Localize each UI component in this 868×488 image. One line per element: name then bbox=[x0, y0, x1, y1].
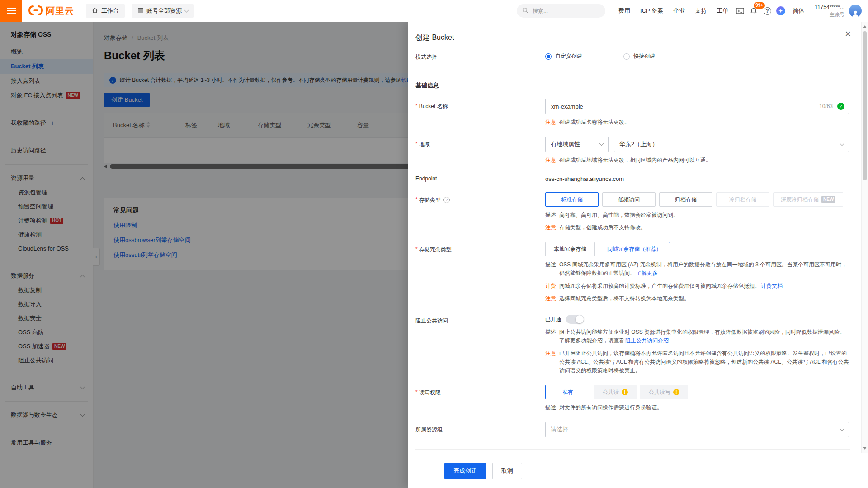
char-counter: 10/63 bbox=[819, 103, 833, 109]
redundancy-zrs[interactable]: 同城冗余存储（推荐） bbox=[599, 242, 670, 256]
redundancy-row: 存储冗余类型 本地冗余存储 同城冗余存储（推荐） 描述OSS 同城冗余采用多可用… bbox=[415, 242, 850, 303]
language-switch[interactable]: 简体 bbox=[793, 7, 804, 15]
toggle-status-text: 已开通 bbox=[545, 316, 561, 323]
region-row: 地域 有地域属性 华东2（上海） 注意创建成功后地域将无法更改，相同区域内的产品… bbox=[415, 137, 850, 165]
endpoint-label: Endpoint bbox=[415, 175, 545, 182]
block-public-access-intro-link[interactable]: 阻止公共访问介绍 bbox=[625, 337, 669, 344]
endpoint-row: Endpoint oss-cn-shanghai.aliyuncs.com bbox=[415, 175, 850, 182]
resource-group-row: 所属资源组 请选择 bbox=[415, 422, 850, 437]
required-mark bbox=[415, 246, 419, 252]
scroll-up-icon[interactable] bbox=[863, 25, 867, 28]
divider bbox=[415, 71, 850, 71]
resource-group-label: 所属资源组 bbox=[415, 422, 545, 437]
storage-class-ia[interactable]: 低频访问 bbox=[602, 192, 656, 207]
basic-info-section-title: 基础信息 bbox=[415, 81, 850, 90]
radio-icon bbox=[545, 53, 552, 60]
search-input[interactable] bbox=[532, 7, 595, 14]
warning-icon bbox=[673, 389, 679, 395]
block-public-access-label: 阻止公共访问 bbox=[415, 313, 545, 375]
mode-custom-radio[interactable]: 自定义创建 bbox=[545, 52, 582, 60]
bucket-name-note: 注意创建成功后名称将无法更改。 bbox=[545, 118, 849, 127]
notifications-bell-icon[interactable]: 99+ bbox=[747, 4, 760, 18]
storage-class-deep-cold-archive[interactable]: 深度冷归档存储NEW bbox=[773, 192, 843, 207]
workbench-button[interactable]: 工作台 bbox=[86, 4, 125, 18]
aliyun-logo[interactable]: 阿里云 bbox=[28, 5, 74, 17]
storage-class-note: 注意存储类型，创建成功后不支持修改。 bbox=[545, 223, 849, 232]
drawer-body: 创建 Bucket 模式选择 自定义创建 快捷创建 基础信息 Bucket 名称… bbox=[408, 22, 861, 453]
close-icon[interactable] bbox=[842, 28, 854, 39]
bucket-name-row: Bucket 名称 10/63 注意创建成功后名称将无法更改。 bbox=[415, 99, 850, 127]
acl-private[interactable]: 私有 bbox=[545, 385, 590, 399]
redundancy-lrs[interactable]: 本地冗余存储 bbox=[545, 242, 595, 256]
chevron-down-icon bbox=[599, 142, 604, 146]
resource-group-select[interactable]: 请选择 bbox=[545, 422, 849, 437]
search-icon bbox=[522, 7, 528, 15]
storage-class-options: 标准存储 低频访问 归档存储 冷归档存储 深度冷归档存储NEW bbox=[545, 192, 849, 207]
account-resources-button[interactable]: 账号全部资源 bbox=[132, 4, 194, 18]
topbar-right: 费用 ICP 备案 企业 支持 工单 99+ 简体 11754*****... … bbox=[517, 4, 868, 18]
menu-icon[interactable] bbox=[0, 0, 22, 22]
layers-icon bbox=[137, 7, 143, 14]
region-select[interactable]: 华东2（上海） bbox=[614, 137, 849, 152]
home-icon bbox=[92, 7, 98, 15]
bucket-name-input[interactable] bbox=[545, 99, 849, 114]
nav-tickets[interactable]: 工单 bbox=[717, 7, 728, 15]
nav-enterprise[interactable]: 企业 bbox=[673, 7, 685, 15]
drawer-scrollbar[interactable] bbox=[861, 22, 868, 453]
mode-quick-radio[interactable]: 快捷创建 bbox=[623, 52, 655, 60]
storage-class-archive[interactable]: 归档存储 bbox=[659, 192, 712, 207]
billing-doc-link[interactable]: 计费文档 bbox=[761, 283, 783, 289]
radio-icon bbox=[623, 53, 630, 60]
chevron-down-icon bbox=[840, 142, 844, 146]
region-scope-select[interactable]: 有地域属性 bbox=[545, 137, 609, 152]
storage-class-row: 存储类型 标准存储 低频访问 归档存储 冷归档存储 深度冷归档存储NEW 描述高… bbox=[415, 192, 850, 232]
cancel-button[interactable]: 取消 bbox=[492, 463, 522, 479]
mode-row: 模式选择 自定义创建 快捷创建 bbox=[415, 52, 850, 61]
help-icon[interactable] bbox=[760, 4, 774, 18]
chevron-down-icon bbox=[184, 8, 189, 13]
divider bbox=[415, 449, 850, 450]
nav-support[interactable]: 支持 bbox=[695, 7, 707, 15]
submit-button[interactable]: 完成创建 bbox=[444, 463, 486, 479]
avatar[interactable] bbox=[849, 5, 862, 17]
mode-label: 模式选择 bbox=[415, 52, 545, 61]
learn-more-link[interactable]: 了解更多 bbox=[636, 270, 658, 276]
chevron-down-icon bbox=[840, 427, 844, 431]
acl-row: 读写权限 私有 公共读 公共读写 描述对文件的所有访问操作需要进行身份验证。 bbox=[415, 385, 850, 412]
redundancy-label: 存储冗余类型 bbox=[415, 242, 545, 303]
block-public-access-desc: 描述阻止公共访问能够方便企业对 OSS 资源进行集中化的权限管理，有效降低数据被… bbox=[545, 328, 849, 345]
required-mark bbox=[415, 103, 419, 109]
topbar: 阿里云 工作台 账号全部资源 费用 ICP 备案 企业 支持 工单 99+ 简体 bbox=[0, 0, 868, 22]
acl-public-read-write[interactable]: 公共读写 bbox=[640, 385, 688, 399]
storage-class-label: 存储类型 bbox=[415, 192, 545, 232]
search-box[interactable] bbox=[517, 4, 605, 18]
warning-icon bbox=[622, 389, 628, 395]
valid-check-icon bbox=[837, 103, 844, 110]
redundancy-fee: 计费同城冗余存储将采用较高的计费标准，产生的存储费用仅可被同城冗余存储包抵扣。计… bbox=[545, 282, 849, 290]
new-badge: NEW bbox=[821, 196, 835, 203]
block-public-access-note: 注意已开启阻止公共访问，该存储桶将不再允许匿名访问且不允许创建含有公共访问语义的… bbox=[545, 349, 849, 375]
aliyun-logo-text: 阿里云 bbox=[46, 5, 74, 17]
block-public-access-row: 阻止公共访问 已开通 描述阻止公共访问能够方便企业对 OSS 资源进行集中化的权… bbox=[415, 313, 850, 375]
cloudshell-icon[interactable] bbox=[733, 4, 747, 18]
required-mark bbox=[415, 196, 419, 203]
drawer-footer: 完成创建 取消 bbox=[408, 453, 868, 488]
feedback-star-icon[interactable] bbox=[774, 4, 788, 18]
region-note: 注意创建成功后地域将无法更改，相同区域内的产品内网可以互通。 bbox=[545, 156, 849, 165]
acl-label: 读写权限 bbox=[415, 385, 545, 412]
nav-billing[interactable]: 费用 bbox=[618, 7, 630, 15]
storage-class-standard[interactable]: 标准存储 bbox=[545, 192, 599, 207]
acl-public-read[interactable]: 公共读 bbox=[594, 385, 637, 399]
block-public-access-toggle[interactable] bbox=[566, 315, 584, 324]
required-mark bbox=[415, 389, 419, 395]
redundancy-note: 注意选择同城冗余类型后，将不支持转换为本地冗余类型。 bbox=[545, 294, 849, 303]
scrollbar-thumb[interactable] bbox=[863, 31, 867, 180]
account-info[interactable]: 11754*****... 主账号 bbox=[815, 4, 844, 18]
redundancy-options: 本地冗余存储 同城冗余存储（推荐） bbox=[545, 242, 849, 256]
help-circle-icon[interactable] bbox=[443, 197, 450, 203]
redundancy-desc: 描述OSS 同城冗余采用多可用区 (AZ) 冗余机制，将用户的数据分散存放在同一… bbox=[545, 261, 849, 278]
bucket-name-label: Bucket 名称 bbox=[415, 99, 545, 127]
scroll-down-icon[interactable] bbox=[863, 447, 867, 450]
nav-icp[interactable]: ICP 备案 bbox=[640, 7, 663, 15]
storage-class-cold-archive[interactable]: 冷归档存储 bbox=[716, 192, 769, 207]
